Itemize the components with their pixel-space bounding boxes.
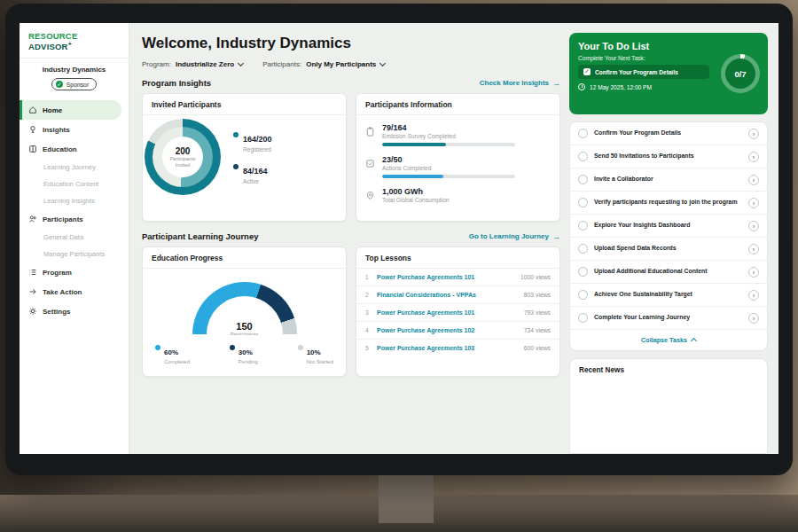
section-title: Participant Learning Journey: [142, 231, 258, 241]
participants-information-card: Participants Information 79/164 Emission…: [356, 93, 560, 222]
task-label: Invite a Collaborator: [594, 176, 742, 184]
lesson-link[interactable]: Power Purchase Agreements 101: [377, 274, 514, 280]
top-lessons-list: 1 Power Purchase Agreements 101 1000 vie…: [356, 269, 559, 356]
chevron-right-icon[interactable]: ›: [748, 198, 759, 208]
check-more-insights-link[interactable]: Check More Insights: [480, 79, 560, 88]
go-to-learning-journey-link[interactable]: Go to Learning Journey: [469, 232, 560, 241]
task-checkbox[interactable]: [578, 198, 588, 207]
chevron-down-icon: [238, 60, 244, 66]
sidebar-item-insights[interactable]: Insights: [20, 120, 129, 139]
lesson-link[interactable]: Power Purchase Agreements 103: [377, 345, 518, 351]
sidebar-item-take-action[interactable]: Take Action: [20, 282, 129, 301]
program-icon: [28, 268, 37, 277]
lesson-row: 1 Power Purchase Agreements 101 1000 vie…: [356, 269, 559, 286]
page-title: Welcome, Industry Dynamics: [142, 35, 560, 52]
sidebar-item-participants[interactable]: Participants: [20, 209, 129, 229]
education-progress-body: 150 Participants 60% Completed: [143, 269, 346, 376]
chevron-right-icon[interactable]: ›: [748, 129, 759, 139]
logo-word-resource: RESOURCE: [28, 31, 77, 41]
task-label: Explore Your Insights Dashboard: [594, 222, 742, 230]
todo-progress-ring: 0/7: [721, 54, 760, 93]
sidebar-item-education-content[interactable]: Education Content: [20, 176, 129, 192]
donut-center-value: 200: [176, 146, 191, 156]
legend-dot: [230, 345, 235, 350]
org-name: Industry Dynamics: [25, 66, 123, 74]
program-dropdown[interactable]: Program: Industrialize Zero: [142, 60, 243, 68]
next-task-row[interactable]: ✓ Confirm Your Program Details: [578, 65, 709, 79]
lesson-rank: 4: [365, 327, 371, 333]
stat-global-consumption: 1,000 GWh Total Global Consumption: [365, 187, 551, 204]
sidebar-item-settings[interactable]: Settings: [20, 301, 129, 321]
task-checkbox[interactable]: [578, 221, 588, 231]
insights-cards-row: Invited Participants 200 Participants In…: [142, 93, 560, 222]
lesson-link[interactable]: Power Purchase Agreements 101: [377, 309, 518, 316]
sidebar-item-general-data[interactable]: General Data: [20, 229, 129, 246]
learning-cards-row: Education Progress 150 Participants: [142, 246, 560, 377]
task-checkbox[interactable]: [578, 313, 588, 323]
collapse-tasks-link[interactable]: Collapse Tasks: [570, 330, 767, 350]
invited-participants-card: Invited Participants 200 Participants In…: [142, 93, 347, 222]
todo-progress-value: 0/7: [725, 59, 755, 89]
lesson-link[interactable]: Power Purchase Agreements 102: [377, 327, 518, 333]
task-row: Send 50 Invitations to Participants ›: [570, 145, 767, 168]
stat-emission-survey: 79/164 Emission Survey Completed: [365, 123, 551, 146]
invited-legend: 164/200 Registered 84/164 Active: [233, 129, 272, 184]
participants-dropdown[interactable]: Participants: Only My Participants: [262, 60, 385, 68]
content-column: Welcome, Industry Dynamics Program: Indu…: [142, 33, 560, 454]
task-checkbox[interactable]: [578, 152, 588, 161]
task-label: Verify participants requesting to join t…: [594, 199, 742, 207]
chevron-right-icon[interactable]: ›: [748, 244, 759, 254]
progress-bar: [382, 143, 515, 146]
stat-actions-completed: 23/50 Actions Completed: [365, 155, 551, 178]
sidebar-item-learning-insights[interactable]: Learning Insights: [20, 192, 129, 209]
sponsor-badge[interactable]: ✓ Sponsor: [51, 78, 97, 90]
sidebar-item-label: Participants: [43, 215, 83, 223]
task-checkbox[interactable]: [578, 267, 588, 277]
education-progress-card: Education Progress 150 Participants: [142, 246, 347, 377]
education-icon: [28, 145, 37, 153]
sidebar-item-label: Program: [43, 269, 72, 277]
lesson-link[interactable]: Financial Considerations - VPPAs: [377, 292, 518, 298]
monitor-stand: [379, 473, 434, 523]
education-gauge-chart: 150 Participants: [192, 282, 297, 335]
sponsor-label: Sponsor: [66, 82, 89, 88]
task-checkbox[interactable]: [578, 244, 588, 254]
task-checkbox[interactable]: [578, 175, 588, 184]
sidebar-item-manage-participants[interactable]: Manage Participants: [20, 246, 129, 262]
arrow-right-icon: [552, 79, 560, 88]
legend-item-completed: 60% Completed: [155, 342, 190, 364]
task-row: Upload Spend Data Records ›: [570, 238, 767, 261]
lesson-views: 1000 views: [520, 274, 551, 280]
task-label: Upload Additional Educational Content: [594, 268, 742, 276]
task-checkbox[interactable]: [578, 290, 588, 300]
sponsor-icon: ✓: [56, 81, 63, 88]
monitor-bezel: RESOURCE ADVISOR+ Industry Dynamics ✓ Sp…: [5, 4, 793, 475]
checklist-icon: [365, 156, 375, 178]
task-checkbox[interactable]: [578, 129, 588, 138]
task-row: Invite a Collaborator ›: [570, 168, 767, 192]
sidebar-item-education[interactable]: Education: [20, 139, 129, 159]
legend-value: 84/164: [243, 167, 268, 176]
sidebar-item-home[interactable]: Home: [20, 100, 121, 120]
chevron-right-icon[interactable]: ›: [748, 290, 759, 301]
sidebar-item-learning-journey[interactable]: Learning Journey: [20, 159, 129, 176]
clipboard-icon: [365, 124, 375, 146]
legend-dot: [298, 345, 303, 350]
link-label: Go to Learning Journey: [469, 232, 549, 240]
stat-value: 79/164: [382, 123, 515, 132]
participants-label: Participants:: [262, 60, 301, 68]
legend-item-pending: 30% Pending: [230, 342, 258, 364]
lesson-rank: 5: [365, 345, 371, 351]
gauge-center-label: Participants: [192, 332, 297, 335]
gauge-center-value: 150: [192, 321, 297, 332]
checkbox-icon[interactable]: ✓: [583, 68, 591, 75]
chevron-right-icon[interactable]: ›: [748, 313, 759, 324]
insights-icon: [28, 125, 37, 134]
sidebar-item-program[interactable]: Program: [20, 262, 129, 282]
chevron-right-icon[interactable]: ›: [748, 175, 759, 185]
chevron-right-icon[interactable]: ›: [748, 152, 759, 162]
task-label: Upload Spend Data Records: [594, 245, 742, 253]
chevron-right-icon[interactable]: ›: [748, 221, 759, 231]
legend-item-active: 84/164 Active: [233, 161, 272, 184]
chevron-right-icon[interactable]: ›: [748, 267, 759, 278]
